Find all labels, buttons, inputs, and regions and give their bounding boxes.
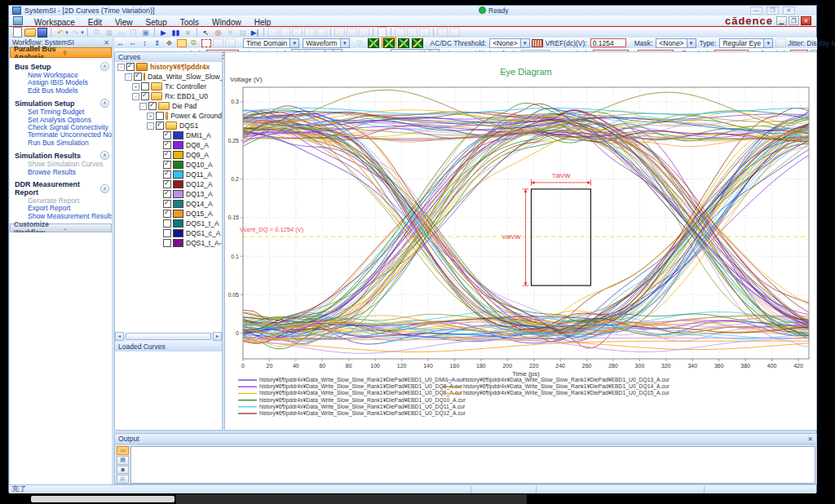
maximize-icon[interactable]: ❐ xyxy=(767,7,779,15)
tree-checkbox[interactable] xyxy=(163,219,171,228)
tree-checkbox[interactable] xyxy=(163,141,171,149)
child-close-icon[interactable]: ✕ xyxy=(801,16,811,25)
tree-label[interactable]: DQ13_A xyxy=(186,190,213,198)
tree-checkbox[interactable] xyxy=(163,180,171,188)
tree-label[interactable]: DQ11_A xyxy=(186,170,212,179)
workflow-link-browse-results[interactable]: Browse Results xyxy=(10,169,112,176)
collapse-icon[interactable]: ∧ xyxy=(100,99,109,108)
zoom-region-icon[interactable] xyxy=(201,38,212,48)
tree-checkbox[interactable] xyxy=(148,102,157,110)
workflow-close-icon[interactable]: ✕ xyxy=(104,39,113,46)
log-pane-icon[interactable]: ▤ xyxy=(117,456,129,465)
expander-icon[interactable]: - xyxy=(139,103,147,110)
vref-input[interactable] xyxy=(590,38,626,47)
child-minimize-icon[interactable]: ▁ xyxy=(776,16,787,25)
menu-item-edit[interactable]: Edit xyxy=(82,18,108,27)
console-pane-icon[interactable]: ◙ xyxy=(117,466,129,475)
collapse-icon[interactable]: ∧ xyxy=(100,62,109,71)
tree-checkbox[interactable] xyxy=(163,170,171,179)
open-file-icon[interactable] xyxy=(24,28,36,38)
menu-item-workspace[interactable]: Workspace xyxy=(28,18,82,27)
collapse-icon[interactable]: ∧ xyxy=(100,184,109,193)
document-system-icon[interactable] xyxy=(13,16,23,25)
waveform-view-icon[interactable] xyxy=(368,38,379,48)
tree-checkbox[interactable] xyxy=(163,229,171,237)
tree-checkbox[interactable] xyxy=(141,92,149,100)
menu-item-setup[interactable]: Setup xyxy=(139,18,174,27)
workflow-link-run-bus-simulation[interactable]: Run Bus Simulation xyxy=(10,139,112,147)
tree-checkbox[interactable] xyxy=(163,239,171,247)
expander-icon[interactable]: - xyxy=(132,93,139,100)
menu-item-help[interactable]: Help xyxy=(248,18,278,27)
zoom-stack-icon[interactable]: ⧉ xyxy=(188,38,200,48)
tree-checkbox[interactable] xyxy=(163,190,171,198)
tree-label[interactable]: DQ12_A xyxy=(186,180,213,188)
select-cursor-icon[interactable]: ↖ xyxy=(200,28,211,38)
domain-select[interactable]: Time Domain▼ xyxy=(243,38,299,48)
pan-hand-icon[interactable]: ❖ xyxy=(164,38,175,48)
eye-contour-view-icon[interactable] xyxy=(398,38,409,48)
tree-checkbox[interactable] xyxy=(156,122,164,130)
tree-checkbox[interactable] xyxy=(163,131,171,139)
tree-checkbox[interactable] xyxy=(134,73,142,81)
close-icon[interactable]: ✕ xyxy=(783,7,795,15)
save-icon[interactable] xyxy=(37,28,48,38)
tree-label[interactable]: Rx: EBD1_U0 xyxy=(165,92,208,100)
tree-label[interactable]: Data_Write_Slow_Slow_Rank1 xyxy=(148,73,222,81)
acdc-threshold-select[interactable]: <None>▼ xyxy=(489,38,529,48)
tree-label[interactable]: DQ8_A xyxy=(186,141,209,149)
menu-item-tools[interactable]: Tools xyxy=(174,18,205,27)
run-simulation-icon[interactable]: ▶ xyxy=(157,28,169,38)
zoom-window-icon[interactable] xyxy=(176,38,188,48)
zoom-x-icon[interactable]: ↔ xyxy=(115,38,126,48)
tree-checkbox[interactable] xyxy=(163,200,171,208)
curve-type-select[interactable]: Waveform▼ xyxy=(303,38,349,48)
menu-item-window[interactable]: Window xyxy=(205,18,248,27)
customize-workflow-bar[interactable]: Customize Workflow ⌄ xyxy=(10,223,112,232)
tree-label[interactable]: DQ15_A xyxy=(186,210,213,218)
new-file-icon[interactable] xyxy=(12,28,24,38)
tree-checkbox[interactable] xyxy=(126,63,135,71)
tree-label[interactable]: DQS1 xyxy=(179,122,198,130)
scroll-left-icon[interactable]: ◄ xyxy=(115,332,124,341)
expander-icon[interactable]: - xyxy=(117,64,125,71)
tree-label[interactable]: DQS1_t_A xyxy=(186,219,219,228)
expander-icon[interactable]: + xyxy=(132,83,139,91)
step-icon[interactable]: ▶| xyxy=(249,28,260,38)
output-pane-icon[interactable]: ▭ xyxy=(117,446,129,455)
tree-checkbox[interactable] xyxy=(163,151,171,159)
expander-icon[interactable]: - xyxy=(125,73,132,81)
tree-checkbox[interactable] xyxy=(141,82,149,91)
output-close-icon[interactable]: ✕ xyxy=(804,435,816,443)
tree-label[interactable]: Tx: Controller xyxy=(165,82,206,91)
tree-label[interactable]: DQ14_A xyxy=(186,200,213,208)
window-new-icon[interactable]: ▣ xyxy=(139,28,151,38)
collapse-icon[interactable]: ∧ xyxy=(100,151,109,160)
zoom-y-full-icon[interactable]: ⇕ xyxy=(152,38,163,48)
expander-icon[interactable]: + xyxy=(147,113,154,120)
tree-checkbox[interactable] xyxy=(163,210,171,218)
curves-tree-hscrollbar[interactable]: ◄ ► xyxy=(115,333,222,340)
scrollbar-thumb[interactable] xyxy=(126,333,211,340)
copy-output-icon[interactable]: ⎘ xyxy=(117,475,129,484)
tree-checkbox[interactable] xyxy=(163,161,171,169)
ruler-icon[interactable] xyxy=(532,38,543,48)
child-restore-icon[interactable]: ❐ xyxy=(789,16,799,25)
zoom-x-full-icon[interactable]: ⇔ xyxy=(127,38,139,48)
tree-label[interactable]: history¥6¶lpddr4x xyxy=(150,63,210,71)
zoom-y-icon[interactable]: ↕ xyxy=(139,38,151,48)
probe-icon[interactable]: ◎ xyxy=(212,28,223,38)
output-log-area[interactable] xyxy=(130,446,815,484)
menu-item-view[interactable]: View xyxy=(108,18,139,27)
tree-checkbox[interactable] xyxy=(156,112,164,120)
expander-icon[interactable]: - xyxy=(147,122,154,130)
mask-select[interactable]: <None>▼ xyxy=(656,38,696,48)
tree-label[interactable]: DQS1_t_A-DQS1_c xyxy=(186,239,222,247)
pause-icon[interactable]: ▮▮ xyxy=(170,28,181,38)
tree-label[interactable]: DQS1_c_A xyxy=(186,229,221,237)
tree-label[interactable]: DQ10_A xyxy=(186,161,213,169)
workflow-banner[interactable]: Parallel Bus Analysis ⚲ xyxy=(10,47,112,58)
tree-label[interactable]: Die Pad xyxy=(172,102,197,110)
eye-mask-view-icon[interactable] xyxy=(412,38,423,48)
tree-label[interactable]: DQ9_A xyxy=(186,151,209,159)
